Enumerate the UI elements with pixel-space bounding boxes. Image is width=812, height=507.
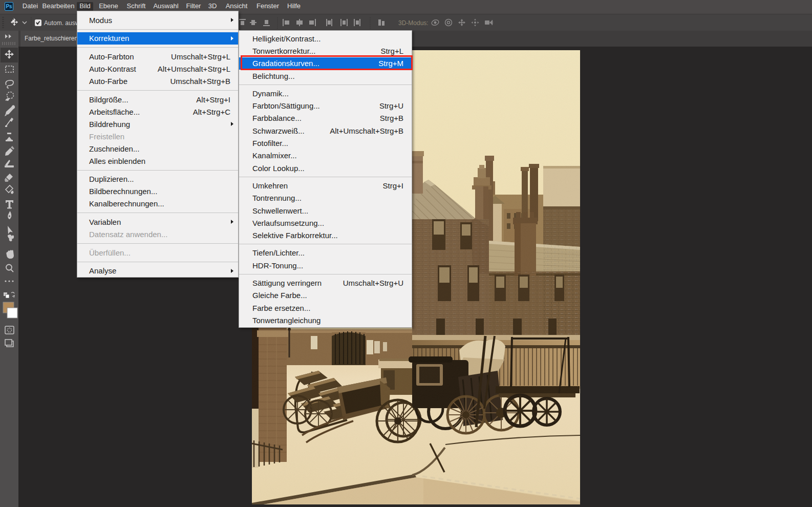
- svg-text:3D-Modus:: 3D-Modus:: [398, 19, 429, 27]
